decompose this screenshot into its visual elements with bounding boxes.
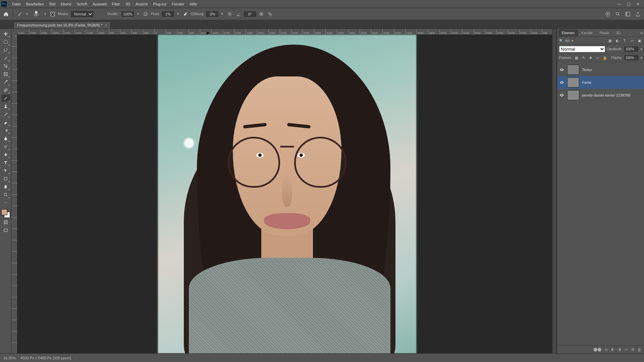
layer-name[interactable]: Textur [582,68,592,72]
fx-icon[interactable]: fx [605,348,608,352]
menu-bearbeiten[interactable]: Bearbeiten [23,2,47,6]
visibility-icon[interactable] [559,93,565,98]
frame-tool[interactable] [1,70,10,78]
menu-schrift[interactable]: Schrift [74,2,90,6]
blend-mode-select[interactable]: Normal [71,11,93,17]
dodge-tool[interactable] [1,143,10,150]
pressure-size-icon[interactable] [258,11,265,17]
menu-auswahl[interactable]: Auswahl [90,2,109,6]
opacity-dropdown[interactable]: ▾ [136,12,140,16]
tab-pfade[interactable]: Pfade [596,29,612,36]
symmetry-icon[interactable] [267,11,273,17]
visibility-icon[interactable] [559,80,565,85]
ruler-origin[interactable] [11,29,17,35]
screenmode-icon[interactable] [1,227,10,234]
filter-dropdown[interactable]: ▾ [572,39,573,43]
layer-row[interactable]: Textur [557,63,644,76]
group-icon[interactable]: ▭ [625,347,628,352]
flow-input[interactable]: 1% [162,11,174,17]
quickmask-icon[interactable] [1,219,10,226]
brush-tool[interactable] [1,95,10,102]
vertical-ruler[interactable]: 0 [11,35,17,353]
eyedropper-tool[interactable] [1,78,10,86]
layer-row[interactable]: pexels-daniel-xavier-1239288 [557,89,644,102]
doc-dimensions[interactable]: 4500 Px x 5400 Px (300 ppcm) [20,356,71,360]
lock-all-icon[interactable]: 🔒 [602,56,607,60]
visibility-icon[interactable] [559,67,565,72]
gradient-tool[interactable] [1,127,10,134]
history-brush-tool[interactable] [1,111,10,118]
menu-datei[interactable]: Datei [9,2,23,6]
home-icon[interactable] [3,11,9,17]
layer-thumbnail[interactable] [567,77,579,87]
smoothing-options-icon[interactable] [226,11,233,17]
menu-hilfe[interactable]: Hilfe [187,2,200,6]
filter-pixel-icon[interactable]: ▦ [607,38,612,43]
menu-bild[interactable]: Bild [47,2,58,6]
lock-artboard-icon[interactable]: ▭ [595,56,600,60]
blur-tool[interactable] [1,135,10,142]
fill-input[interactable] [624,55,638,60]
zoom-tool[interactable] [1,191,10,198]
brush-panel-icon[interactable] [49,11,56,17]
tab-ebenen[interactable]: Ebenen [558,29,578,36]
tab-kanaele[interactable]: Kanäle [578,29,596,36]
lock-pixels-icon[interactable]: ✎ [581,56,586,60]
layer-name[interactable]: Farbe [582,80,592,84]
filter-type-icon[interactable]: T [622,38,627,43]
document-tab[interactable]: Frequenztrennung.psdc bei 16,9% (Farbe, … [13,21,111,28]
share-icon[interactable] [635,11,641,17]
layer-blend-select[interactable]: Normal [559,46,605,52]
lock-position-icon[interactable]: ✥ [588,56,593,60]
search-icon[interactable] [614,11,621,17]
layer-opacity-dropdown[interactable]: ▾ [640,47,642,51]
menu-plugins[interactable]: Plug-ins [150,2,169,6]
filter-type-label[interactable]: Art [565,39,570,43]
smoothing-input[interactable]: 0% [206,11,218,17]
workspace-icon[interactable] [625,11,631,17]
color-swatches[interactable] [1,209,10,218]
minimize-button[interactable]: — [614,2,624,6]
brush-preview[interactable]: 157 [31,11,41,17]
marquee-tool[interactable] [1,38,10,46]
link-layers-icon[interactable]: ⬤⬤ [593,347,601,352]
flow-dropdown[interactable]: ▾ [176,12,180,16]
close-button[interactable]: ✕ [633,2,643,6]
stamp-tool[interactable] [1,103,10,110]
hand-tool[interactable] [1,183,10,190]
angle-input[interactable]: 0° [244,11,256,17]
edit-toolbar[interactable]: ⋯ [1,199,10,206]
tool-preset-dropdown[interactable]: ▾ [25,12,29,16]
filter-shape-icon[interactable]: ▭ [629,38,635,43]
tool-preset-icon[interactable] [16,11,23,17]
lasso-tool[interactable] [1,46,10,54]
lock-transparency-icon[interactable]: ▦ [574,56,579,60]
document-canvas[interactable] [158,35,416,353]
shape-tool[interactable] [1,175,10,182]
tab-3d[interactable]: 3D [612,29,624,36]
zoom-level[interactable]: 16,95% [3,356,16,360]
crop-tool[interactable] [1,62,10,70]
wand-tool[interactable] [1,54,10,62]
path-tool[interactable] [1,167,10,174]
menu-filter[interactable]: Filter [109,2,123,6]
airbrush-icon[interactable] [182,11,189,17]
delete-layer-icon[interactable]: 🗑 [638,348,641,352]
menu-3d[interactable]: 3D [123,2,133,6]
panel-menu-icon[interactable]: ≡ [641,31,643,35]
eraser-tool[interactable] [1,119,10,126]
layer-name[interactable]: pexels-daniel-xavier-1239288 [582,93,630,97]
heal-tool[interactable] [1,86,10,94]
layer-thumbnail[interactable] [567,90,579,100]
menu-ansicht[interactable]: Ansicht [133,2,150,6]
pressure-opacity-icon[interactable] [142,11,149,17]
status-flyout-icon[interactable]: 〉 [76,355,79,360]
filter-adjust-icon[interactable]: ◐ [614,38,620,43]
collapsed-panel-dock[interactable] [552,29,557,353]
menu-ebene[interactable]: Ebene [58,2,74,6]
foreground-color[interactable] [1,209,7,215]
smoothing-dropdown[interactable]: ▾ [220,12,224,16]
filter-smart-icon[interactable]: ▣ [637,38,642,43]
horizontal-ruler[interactable]: 2400220020001800160014001200100080060040… [17,29,557,35]
layer-row[interactable]: Farbe [557,76,644,89]
